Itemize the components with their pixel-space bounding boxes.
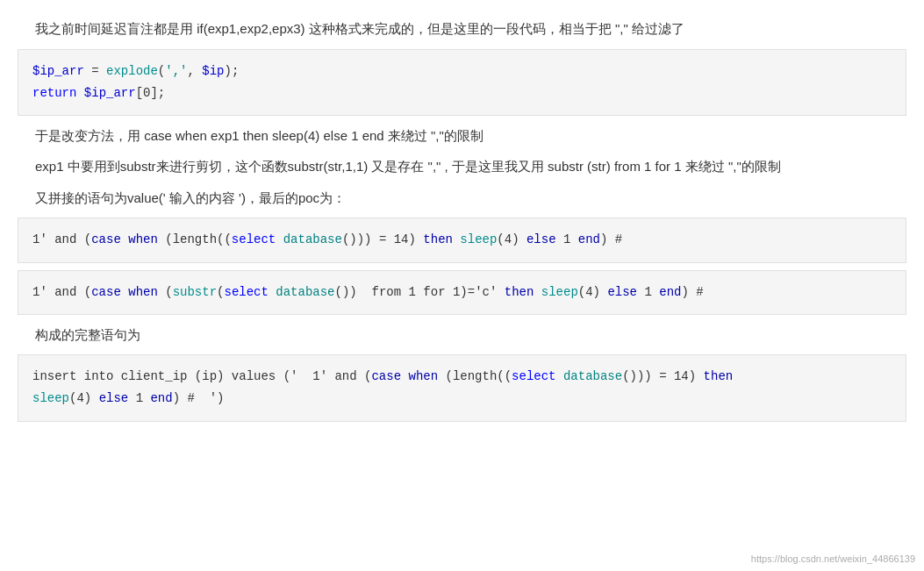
poc-code-block-1: 1' and (case when (length((select databa… [18, 218, 906, 262]
kw-then-3: then [704, 369, 734, 383]
page-container: 我之前时间延迟盲注都是用 if(exp1,exp2,epx3) 这种格式来完成的… [0, 0, 924, 446]
full-sql-code-block: insert into client_ip (ip) values (' 1' … [18, 354, 906, 421]
para3: exp1 中要用到substr来进行剪切，这个函数substr(str,1,1)… [35, 155, 906, 178]
fn-substr-1: substr [173, 285, 217, 299]
para2-text: 于是改变方法，用 case when exp1 then sleep(4) el… [35, 128, 483, 143]
para2: 于是改变方法，用 case when exp1 then sleep(4) el… [35, 125, 906, 147]
fn-sleep-3: sleep [32, 391, 69, 405]
code1-var1: $ip_arr [32, 64, 84, 78]
fn-sleep-2: sleep [541, 285, 578, 299]
intro-paragraph: 我之前时间延迟盲注都是用 if(exp1,exp2,epx3) 这种格式来完成的… [35, 18, 906, 40]
kw-case-3: case [371, 369, 401, 383]
fn-sleep-1: sleep [460, 232, 497, 246]
kw-when-2: when [128, 285, 158, 299]
kw-end-2: end [659, 285, 681, 299]
fn-database-2: database [276, 285, 334, 299]
kw-then-2: then [505, 285, 534, 299]
fn-database-3: database [563, 369, 622, 383]
kw-when-1: when [128, 232, 158, 246]
para5-text: 构成的完整语句为 [35, 327, 140, 342]
para3-text: exp1 中要用到substr来进行剪切，这个函数substr(str,1,1)… [35, 159, 781, 174]
code1-var2: $ip [202, 64, 224, 78]
para5: 构成的完整语句为 [35, 324, 906, 346]
code1-var3: $ip_arr [84, 86, 136, 100]
kw-end-3: end [150, 391, 172, 405]
kw-select-3: select [512, 369, 555, 383]
kw-else-2: else [607, 285, 637, 299]
kw-then-1: then [423, 232, 453, 246]
kw-end-1: end [578, 232, 600, 246]
page-wrapper: 我之前时间延迟盲注都是用 if(exp1,exp2,epx3) 这种格式来完成的… [0, 0, 924, 571]
code1-kw-return: return [32, 86, 76, 100]
intro-text: 我之前时间延迟盲注都是用 if(exp1,exp2,epx3) 这种格式来完成的… [35, 21, 684, 36]
kw-case-1: case [91, 232, 121, 246]
kw-case-2: case [91, 285, 121, 299]
kw-when-3: when [408, 369, 438, 383]
fn-database-1: database [283, 232, 342, 246]
watermark: https://blog.csdn.net/weixin_44866139 [751, 553, 915, 564]
kw-select-1: select [232, 232, 276, 246]
poc-code-block-2: 1' and (case when (substr(select databas… [18, 270, 906, 315]
code1-fn-explode: explode [106, 64, 158, 78]
code1-str1: ',' [165, 64, 187, 78]
para4-text: 又拼接的语句为value(' 输入的内容 ')，最后的poc为： [35, 190, 346, 205]
kw-else-3: else [99, 391, 129, 405]
kw-else-1: else [526, 232, 556, 246]
code-block-1: $ip_arr = explode(',', $ip); return $ip_… [18, 49, 906, 116]
kw-select-2: select [224, 285, 268, 299]
para4: 又拼接的语句为value(' 输入的内容 ')，最后的poc为： [35, 187, 906, 210]
